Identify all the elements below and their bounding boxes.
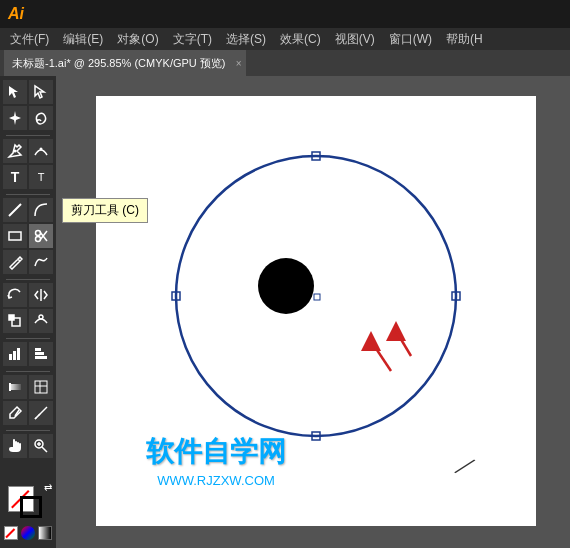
menu-edit[interactable]: 编辑(E)	[57, 29, 109, 50]
title-bar: Ai	[0, 0, 570, 28]
type-tool[interactable]: T	[3, 165, 27, 189]
gradient-tool[interactable]	[3, 375, 27, 399]
tool-row-magic	[0, 106, 56, 130]
reshape-tool[interactable]	[29, 309, 53, 333]
svg-line-3	[9, 204, 21, 216]
svg-rect-20	[9, 383, 11, 391]
menu-file[interactable]: 文件(F)	[4, 29, 55, 50]
swap-fill-stroke-icon[interactable]: ⇄	[44, 482, 52, 493]
curvature-tool[interactable]	[29, 139, 53, 163]
svg-rect-11	[9, 315, 14, 320]
svg-rect-21	[35, 381, 47, 393]
tool-row-rotate	[0, 283, 56, 307]
color-mode-row	[4, 526, 52, 540]
left-toolbar: T T	[0, 76, 56, 548]
svg-point-2	[40, 148, 43, 151]
active-tab[interactable]: 未标题-1.ai* @ 295.85% (CMYK/GPU 预览) ×	[4, 50, 246, 76]
rectangle-tool[interactable]	[3, 224, 27, 248]
separator-1	[6, 135, 50, 136]
gradient-mode-icon[interactable]	[38, 526, 52, 540]
svg-point-12	[39, 315, 43, 319]
svg-point-6	[36, 237, 41, 242]
menu-view[interactable]: 视图(V)	[329, 29, 381, 50]
menu-text[interactable]: 文字(T)	[167, 29, 218, 50]
tool-row-pencil	[0, 250, 56, 274]
selection-tool[interactable]	[3, 80, 27, 104]
svg-rect-4	[9, 232, 21, 240]
menu-object[interactable]: 对象(O)	[111, 29, 164, 50]
menu-window[interactable]: 窗口(W)	[383, 29, 438, 50]
separator-3	[6, 279, 50, 280]
color-area: ⇄	[0, 486, 56, 544]
svg-point-5	[36, 231, 41, 236]
menu-bar: 文件(F) 编辑(E) 对象(O) 文字(T) 选择(S) 效果(C) 视图(V…	[0, 28, 570, 50]
app-logo: Ai	[8, 5, 24, 23]
none-color-icon[interactable]	[4, 526, 18, 540]
svg-rect-17	[35, 352, 44, 355]
separator-2	[6, 194, 50, 195]
separator-5	[6, 371, 50, 372]
main-layout: T T	[0, 76, 570, 548]
tool-row-gradient	[0, 375, 56, 399]
tool-row-rect	[0, 224, 56, 248]
smooth-tool[interactable]	[29, 250, 53, 274]
scissors-tool[interactable]	[29, 224, 53, 248]
svg-rect-14	[13, 351, 16, 360]
pencil-tool[interactable]	[3, 250, 27, 274]
lasso-tool[interactable]	[29, 106, 53, 130]
measure-tool[interactable]	[29, 401, 53, 425]
graph-tool[interactable]	[3, 342, 27, 366]
tool-row-hand	[0, 434, 56, 458]
rotate-tool[interactable]	[3, 283, 27, 307]
mesh-tool[interactable]	[29, 375, 53, 399]
svg-rect-16	[35, 348, 41, 351]
svg-line-26	[35, 417, 37, 419]
tool-row-type: T T	[0, 165, 56, 189]
tab-bar: 未标题-1.ai* @ 295.85% (CMYK/GPU 预览) ×	[0, 50, 570, 76]
stroke-box[interactable]	[20, 496, 42, 518]
scale-tool[interactable]	[3, 309, 27, 333]
tool-row-scale	[0, 309, 56, 333]
svg-point-1	[14, 150, 17, 153]
separator-6	[6, 430, 50, 431]
menu-help[interactable]: 帮助(H	[440, 29, 489, 50]
pen-tool[interactable]	[3, 139, 27, 163]
column-graph-tool[interactable]	[29, 342, 53, 366]
magic-wand-tool[interactable]	[3, 106, 27, 130]
tool-row-eyedropper	[0, 401, 56, 425]
svg-rect-15	[17, 348, 20, 360]
direct-selection-tool[interactable]	[29, 80, 53, 104]
tool-row-line	[0, 198, 56, 222]
reflect-tool[interactable]	[29, 283, 53, 307]
arc-tool[interactable]	[29, 198, 53, 222]
hand-tool[interactable]	[3, 434, 27, 458]
tool-row-bar	[0, 342, 56, 366]
zoom-tool[interactable]	[29, 434, 53, 458]
eyedropper-tool[interactable]	[3, 401, 27, 425]
svg-rect-18	[35, 356, 47, 359]
svg-rect-13	[9, 354, 12, 360]
canvas-area[interactable]: 软件自学网 WWW.RJZXW.COM ╱	[56, 76, 570, 548]
menu-effect[interactable]: 效果(C)	[274, 29, 327, 50]
line-tool[interactable]	[3, 198, 27, 222]
fill-stroke-indicator[interactable]: ⇄	[8, 486, 48, 522]
tab-label: 未标题-1.ai* @ 295.85% (CMYK/GPU 预览)	[12, 56, 226, 71]
tool-row-pen	[0, 139, 56, 163]
svg-marker-0	[9, 111, 21, 125]
artboard	[96, 96, 536, 526]
svg-line-27	[38, 414, 40, 416]
touch-type-tool[interactable]: T	[29, 165, 53, 189]
tab-close-button[interactable]: ×	[236, 58, 242, 69]
separator-4	[6, 338, 50, 339]
menu-select[interactable]: 选择(S)	[220, 29, 272, 50]
tool-row-select	[0, 80, 56, 104]
svg-line-29	[42, 447, 47, 452]
color-mode-icon[interactable]	[21, 526, 35, 540]
